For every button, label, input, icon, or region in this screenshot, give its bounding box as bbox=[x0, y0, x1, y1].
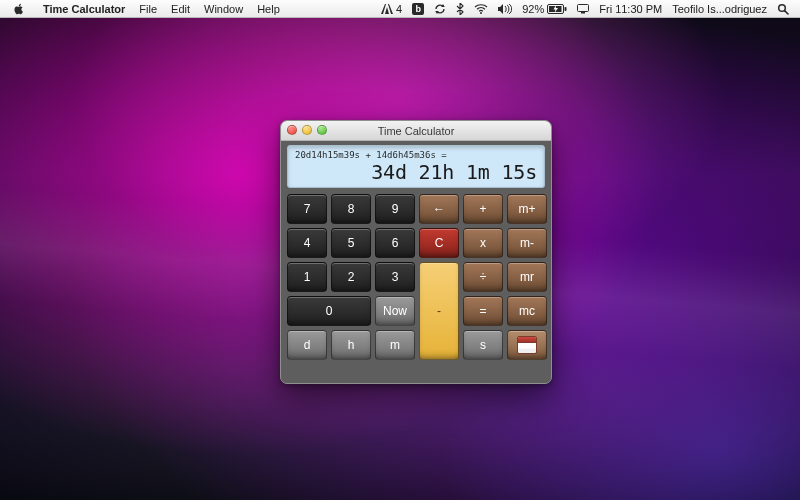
user-menuextra[interactable]: Teofilo Is...odriguez bbox=[667, 0, 772, 18]
svg-point-0 bbox=[480, 12, 482, 14]
time-calculator-window: Time Calculator 20d14h15m39s + 14d6h45m3… bbox=[280, 120, 552, 384]
menubar-left: Time Calculator File Edit Window Help bbox=[6, 3, 287, 15]
wifi-menuextra[interactable] bbox=[469, 0, 493, 18]
window-title: Time Calculator bbox=[378, 125, 455, 137]
calculator-body: 20d14h15m39s + 14d6h45m36s = 34d 21h 1m … bbox=[281, 141, 551, 368]
menu-file[interactable]: File bbox=[132, 3, 164, 15]
key-memory-plus[interactable]: m+ bbox=[507, 194, 547, 224]
menu-help[interactable]: Help bbox=[250, 3, 287, 15]
svg-rect-4 bbox=[578, 4, 589, 11]
adobe-icon bbox=[381, 4, 393, 14]
key-calendar[interactable] bbox=[507, 330, 547, 360]
key-9[interactable]: 9 bbox=[375, 194, 415, 224]
menu-edit[interactable]: Edit bbox=[164, 3, 197, 15]
clock-text: Fri 11:30 PM bbox=[599, 3, 662, 15]
key-minutes[interactable]: m bbox=[375, 330, 415, 360]
key-seconds[interactable]: s bbox=[463, 330, 503, 360]
b-square-icon: b bbox=[412, 3, 424, 15]
spotlight-icon bbox=[777, 3, 789, 15]
result-line: 34d 21h 1m 15s bbox=[295, 160, 537, 184]
key-4[interactable]: 4 bbox=[287, 228, 327, 258]
key-1[interactable]: 1 bbox=[287, 262, 327, 292]
key-multiply[interactable]: x bbox=[463, 228, 503, 258]
sync-menuextra[interactable] bbox=[429, 0, 451, 18]
clock-menuextra[interactable]: Fri 11:30 PM bbox=[594, 0, 667, 18]
expression-line: 20d14h15m39s + 14d6h45m36s = bbox=[295, 150, 537, 160]
key-5[interactable]: 5 bbox=[331, 228, 371, 258]
wifi-icon bbox=[474, 4, 488, 14]
volume-icon bbox=[498, 4, 512, 14]
svg-rect-2 bbox=[565, 7, 567, 11]
keypad: 7 8 9 ← + m+ 4 5 6 C x m- 1 2 3 - ÷ mr 0… bbox=[287, 194, 545, 360]
key-hours[interactable]: h bbox=[331, 330, 371, 360]
key-minus[interactable]: - bbox=[419, 262, 459, 360]
menubar-right: 4 b 92% Fri 11:30 PM Teofilo Is...odrigu… bbox=[376, 0, 794, 18]
displays-icon bbox=[577, 4, 589, 14]
apple-menu[interactable] bbox=[6, 3, 36, 15]
display: 20d14h15m39s + 14d6h45m36s = 34d 21h 1m … bbox=[287, 145, 545, 188]
key-backspace[interactable]: ← bbox=[419, 194, 459, 224]
adobe-menuextra[interactable]: 4 bbox=[376, 0, 407, 18]
svg-line-7 bbox=[785, 10, 788, 13]
key-8[interactable]: 8 bbox=[331, 194, 371, 224]
sync-icon bbox=[434, 3, 446, 15]
minimize-button[interactable] bbox=[302, 125, 312, 135]
battery-icon bbox=[547, 4, 567, 14]
displays-menuextra[interactable] bbox=[572, 0, 594, 18]
key-equals[interactable]: = bbox=[463, 296, 503, 326]
battery-menuextra[interactable]: 92% bbox=[517, 0, 572, 18]
key-clear[interactable]: C bbox=[419, 228, 459, 258]
key-7[interactable]: 7 bbox=[287, 194, 327, 224]
menubar-app-name[interactable]: Time Calculator bbox=[36, 3, 132, 15]
key-memory-clear[interactable]: mc bbox=[507, 296, 547, 326]
calendar-icon bbox=[517, 336, 537, 354]
menuextra-b[interactable]: b bbox=[407, 0, 429, 18]
key-0[interactable]: 0 bbox=[287, 296, 371, 326]
key-memory-minus[interactable]: m- bbox=[507, 228, 547, 258]
menubar: Time Calculator File Edit Window Help 4 … bbox=[0, 0, 800, 18]
spotlight-menuextra[interactable] bbox=[772, 0, 794, 18]
menu-window[interactable]: Window bbox=[197, 3, 250, 15]
key-6[interactable]: 6 bbox=[375, 228, 415, 258]
svg-rect-5 bbox=[581, 12, 585, 14]
key-plus[interactable]: + bbox=[463, 194, 503, 224]
apple-logo-icon bbox=[13, 3, 25, 15]
key-2[interactable]: 2 bbox=[331, 262, 371, 292]
key-memory-recall[interactable]: mr bbox=[507, 262, 547, 292]
adobe-count: 4 bbox=[396, 3, 402, 15]
bluetooth-menuextra[interactable] bbox=[451, 0, 469, 18]
bluetooth-icon bbox=[456, 3, 464, 15]
key-3[interactable]: 3 bbox=[375, 262, 415, 292]
zoom-button[interactable] bbox=[317, 125, 327, 135]
user-name: Teofilo Is...odriguez bbox=[672, 3, 767, 15]
titlebar[interactable]: Time Calculator bbox=[281, 121, 551, 141]
close-button[interactable] bbox=[287, 125, 297, 135]
window-controls bbox=[287, 125, 327, 135]
key-now[interactable]: Now bbox=[375, 296, 415, 326]
volume-menuextra[interactable] bbox=[493, 0, 517, 18]
battery-percent: 92% bbox=[522, 3, 544, 15]
key-divide[interactable]: ÷ bbox=[463, 262, 503, 292]
key-days[interactable]: d bbox=[287, 330, 327, 360]
